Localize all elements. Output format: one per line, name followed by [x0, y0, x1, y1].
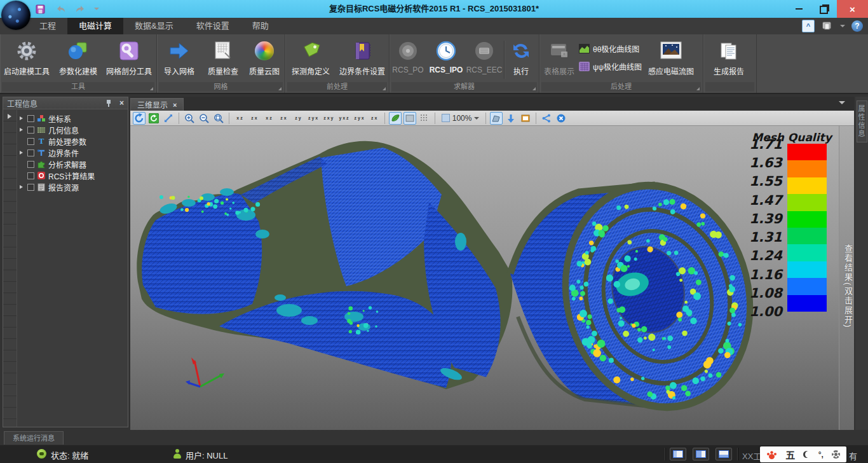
rotate-icon[interactable]	[133, 112, 146, 125]
induced-current-map-button[interactable]: 感应电磁流图	[642, 37, 700, 76]
generate-report-button[interactable]: 生成报告	[703, 37, 754, 76]
parametric-modeling-button[interactable]: 参数化建模	[53, 37, 103, 76]
group-label-report[interactable]	[705, 82, 754, 92]
panel-close-icon[interactable]: ×	[119, 99, 124, 107]
share-link-icon[interactable]	[540, 112, 553, 125]
group-label-mesh[interactable]: 网格	[159, 82, 283, 92]
ime-paw-icon[interactable]	[766, 450, 777, 460]
view-bottom-button[interactable]: z y x	[306, 112, 320, 125]
view-back-button[interactable]: z x	[248, 112, 261, 125]
menu-tab-help[interactable]: 帮助	[241, 18, 280, 34]
ime-toolbar[interactable]: 五 °,	[760, 446, 846, 462]
close-button[interactable]: ×	[837, 0, 868, 18]
restore-button[interactable]	[811, 0, 837, 18]
group-label-tools[interactable]: 工具	[2, 82, 154, 92]
view-iso2-button[interactable]: y x z	[337, 112, 350, 125]
group-label-postprocess[interactable]: 后处理	[541, 82, 701, 92]
tree-item-geometry-info[interactable]: 几何信息	[17, 124, 128, 135]
fit-view-icon[interactable]	[490, 112, 503, 125]
probe-angle-button[interactable]: 探测角定义	[285, 37, 336, 76]
tree-item-boundary-conditions[interactable]: 边界条件	[17, 147, 128, 158]
shaded-mode-icon[interactable]	[389, 112, 402, 125]
legend-label: 1.55	[733, 174, 782, 189]
legend-label: 1.63	[733, 155, 782, 170]
view-iso3-button[interactable]: z y x	[353, 112, 366, 125]
pin-icon[interactable]	[105, 99, 112, 107]
checkbox[interactable]	[27, 184, 34, 191]
arrow-down-icon[interactable]	[505, 112, 517, 125]
view-iso1-button[interactable]: z x y	[322, 112, 335, 125]
rcs-ipo-button[interactable]: RCS_IPO	[426, 37, 466, 74]
checkbox[interactable]	[27, 138, 34, 145]
view-top-button[interactable]: z y	[292, 112, 304, 125]
zoom-fit-icon[interactable]	[212, 112, 225, 125]
ime-halfwidth-icon[interactable]	[803, 451, 810, 458]
theta-polarization-curve-button[interactable]: θθ极化曲线图	[579, 42, 642, 55]
tab-3d-display[interactable]: 三维显示 ×	[130, 98, 184, 111]
tabbar-dropdown-icon[interactable]	[839, 101, 845, 107]
expander-icon[interactable]	[20, 151, 25, 155]
menu-tab-em-compute[interactable]: 电磁计算	[67, 18, 123, 34]
tree-item-preprocess-params[interactable]: T 前处理参数	[17, 135, 128, 147]
ime-settings-icon[interactable]	[832, 450, 840, 459]
ime-punctuation[interactable]: °,	[818, 450, 824, 459]
checkbox[interactable]	[27, 127, 34, 134]
quality-check-button[interactable]: 质量检查	[201, 37, 245, 76]
device-dropdown-icon[interactable]	[840, 25, 845, 30]
execute-button[interactable]: 执行	[506, 37, 536, 76]
gutter-arrow-icon[interactable]	[8, 114, 14, 119]
menu-tab-project[interactable]: 工程	[28, 18, 67, 34]
grid-points-icon[interactable]	[418, 112, 431, 125]
tree-gutter	[3, 110, 17, 427]
report-resource-icon	[37, 183, 46, 191]
device-icon[interactable]	[821, 20, 834, 32]
expander-icon[interactable]	[20, 128, 25, 132]
checkbox[interactable]	[27, 149, 34, 156]
group-label-preprocess[interactable]: 前处理	[287, 82, 387, 92]
collapse-ribbon-icon[interactable]: ^	[802, 20, 815, 32]
boundary-settings-button[interactable]: 边界条件设置	[336, 37, 388, 76]
results-expand-strip[interactable]: 查看结果(双击展开)	[839, 126, 854, 430]
launch-modeling-tool-button[interactable]: 启动建模工具	[0, 37, 53, 76]
minimize-button[interactable]	[786, 0, 811, 18]
photo-icon	[660, 39, 682, 62]
sync-icon	[510, 39, 532, 62]
quality-cloudmap-button[interactable]: 质量云图	[245, 37, 284, 76]
tab-attribute-info[interactable]: 属性信息	[857, 100, 867, 142]
tree-item-solver[interactable]: 分析求解器	[17, 158, 128, 170]
checkbox[interactable]	[27, 115, 34, 122]
expander-icon[interactable]	[20, 185, 25, 189]
zoom-out-icon[interactable]	[198, 112, 210, 125]
wireframe-mode-icon[interactable]	[403, 112, 416, 125]
view-front-button[interactable]: x z	[233, 112, 246, 125]
layout-left-fill-icon[interactable]	[693, 448, 709, 460]
tab-close-icon[interactable]: ×	[173, 101, 177, 109]
capture-window-icon[interactable]	[519, 112, 532, 125]
cancel-icon[interactable]	[555, 112, 567, 125]
help-icon[interactable]: ?	[851, 20, 863, 32]
zoom-in-icon[interactable]	[183, 112, 196, 125]
view-left-button[interactable]: x z	[262, 112, 275, 125]
orbit-icon[interactable]	[147, 112, 160, 125]
checkbox[interactable]	[27, 172, 34, 179]
3d-canvas[interactable]: Mesh Quality 1.71 1.63 1.55 1.47 1.39 1.…	[130, 126, 854, 430]
layout-bottom-panel-icon[interactable]	[715, 448, 732, 460]
tree-item-rcs-results[interactable]: RCS计算结果	[17, 170, 128, 181]
view-iso4-button[interactable]: z x	[368, 112, 381, 125]
psi-polarization-curve-button[interactable]: ψψ极化曲线图	[579, 60, 642, 73]
menu-tab-settings[interactable]: 软件设置	[185, 18, 241, 34]
ime-wubi-mode[interactable]: 五	[785, 448, 795, 461]
pan-zoom-icon[interactable]	[162, 112, 175, 125]
checkbox[interactable]	[27, 161, 34, 168]
zoom-level-select[interactable]: 100%	[439, 114, 482, 123]
group-label-solver[interactable]: 求解器	[391, 82, 537, 92]
tab-system-messages[interactable]: 系统运行消息	[4, 431, 64, 445]
import-mesh-button[interactable]: 导入网格	[157, 37, 201, 76]
layout-left-panel-icon[interactable]	[670, 448, 686, 460]
menu-tab-data-display[interactable]: 数据&显示	[123, 18, 185, 34]
tree-item-report-resources[interactable]: 报告资源	[17, 181, 128, 193]
expander-icon[interactable]	[20, 116, 25, 120]
tree-item-coordinate-system[interactable]: 坐标系	[17, 113, 128, 124]
view-right-button[interactable]: z x	[277, 112, 290, 125]
mesh-partition-tool-button[interactable]: 网格剖分工具	[103, 37, 155, 76]
